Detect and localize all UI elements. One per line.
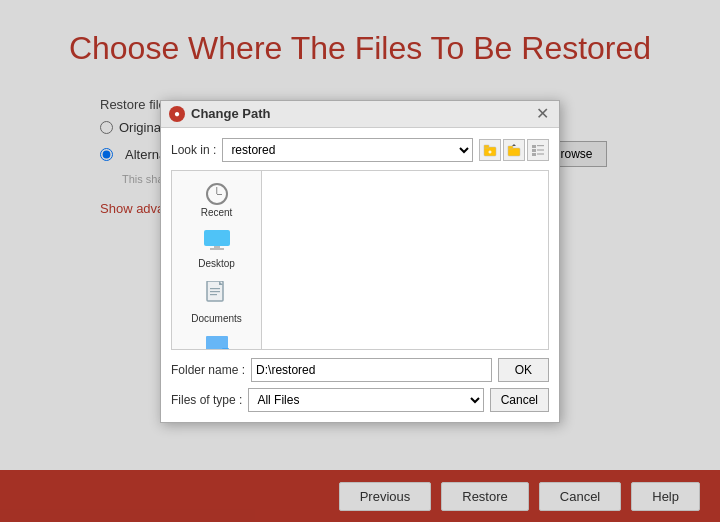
svg-rect-1	[484, 145, 489, 148]
sidebar-item-desktop[interactable]: Desktop	[176, 226, 257, 273]
location-sidebar: Recent Desktop	[172, 171, 262, 349]
svg-rect-6	[532, 145, 536, 148]
file-browser-panel[interactable]	[262, 171, 548, 349]
svg-rect-10	[532, 153, 536, 156]
dialog-close-button[interactable]: ✕	[534, 106, 551, 122]
content-area: Recent Desktop	[171, 170, 549, 350]
dialog-title-left: ● Change Path	[169, 106, 270, 122]
sidebar-item-label-desktop: Desktop	[198, 258, 235, 269]
folder-name-label: Folder name :	[171, 363, 245, 377]
svg-rect-23	[222, 348, 229, 349]
up-folder-button[interactable]	[503, 139, 525, 161]
recent-icon	[206, 183, 228, 205]
sidebar-item-thispc[interactable]: This PC	[176, 332, 257, 349]
desktop-icon	[204, 230, 230, 256]
new-folder-button[interactable]	[479, 139, 501, 161]
svg-rect-20	[206, 336, 228, 349]
svg-rect-14	[210, 248, 224, 250]
folder-name-input[interactable]	[251, 358, 492, 382]
change-path-dialog: ● Change Path ✕ Look in : restored	[160, 100, 560, 423]
dialog-app-icon: ●	[169, 106, 185, 122]
sidebar-item-label-documents: Documents	[191, 313, 242, 324]
sidebar-item-recent[interactable]: Recent	[176, 179, 257, 222]
look-in-select[interactable]: restored	[222, 138, 473, 162]
documents-icon	[206, 281, 228, 311]
dialog-title-text: Change Path	[191, 106, 270, 121]
svg-rect-11	[537, 153, 544, 154]
dialog-cancel-button[interactable]: Cancel	[490, 388, 549, 412]
svg-rect-7	[537, 145, 544, 146]
sidebar-item-label-recent: Recent	[201, 207, 233, 218]
svg-rect-9	[537, 149, 544, 150]
svg-rect-18	[210, 291, 220, 292]
svg-rect-19	[210, 294, 217, 295]
thispc-icon	[204, 336, 230, 349]
files-type-select[interactable]: All Files	[248, 388, 483, 412]
dialog-body: Look in : restored	[161, 128, 559, 422]
svg-rect-17	[210, 288, 220, 289]
svg-rect-5	[508, 146, 513, 149]
look-in-toolbar	[479, 139, 549, 161]
dialog-overlay: ● Change Path ✕ Look in : restored	[0, 0, 720, 522]
files-type-row: Files of type : All Files Cancel	[171, 388, 549, 412]
dialog-titlebar: ● Change Path ✕	[161, 101, 559, 128]
svg-rect-12	[204, 230, 230, 246]
list-view-button[interactable]	[527, 139, 549, 161]
ok-button[interactable]: OK	[498, 358, 549, 382]
files-type-label: Files of type :	[171, 393, 242, 407]
folder-name-row: Folder name : OK	[171, 358, 549, 382]
svg-rect-8	[532, 149, 536, 152]
look-in-row: Look in : restored	[171, 138, 549, 162]
look-in-label: Look in :	[171, 143, 216, 157]
sidebar-item-documents[interactable]: Documents	[176, 277, 257, 328]
